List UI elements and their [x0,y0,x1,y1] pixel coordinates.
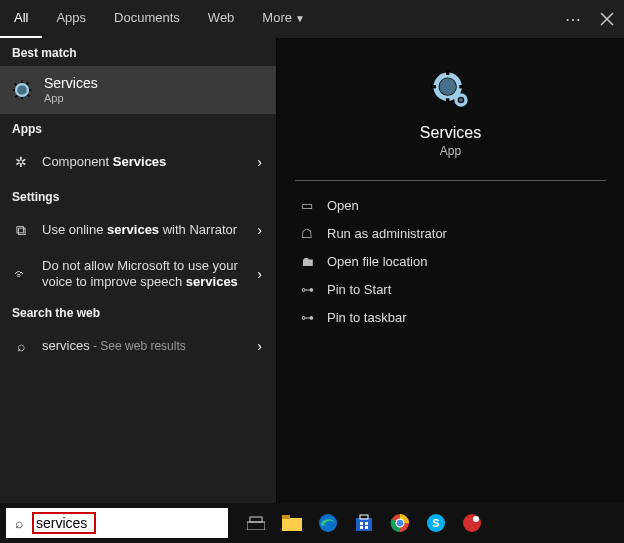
gear-icon [431,70,471,110]
svg-rect-14 [446,70,449,75]
more-options-button[interactable]: ⋯ [556,0,590,38]
detail-subtitle: App [440,144,461,158]
taskbar-app-recorder[interactable] [458,509,486,537]
taskbar-app-chrome[interactable] [386,509,414,537]
pin-icon: ⊶ [295,310,319,325]
chevron-right-icon: › [253,266,266,282]
search-tabs: All Apps Documents Web More▼ ⋯ [0,0,624,38]
section-apps: Apps [0,114,276,142]
tab-all[interactable]: All [0,0,42,38]
results-panel: Best match Services App Apps ✲ Component… [0,38,276,503]
taskbar: ⌕ S [0,503,624,543]
svg-point-12 [439,78,456,95]
tab-web[interactable]: Web [194,0,249,38]
chevron-right-icon: › [253,222,266,238]
component-icon: ✲ [10,154,32,170]
svg-rect-16 [431,85,436,88]
taskbar-app-skype[interactable]: S [422,509,450,537]
section-settings: Settings [0,182,276,210]
action-pin-taskbar[interactable]: ⊶ Pin to taskbar [295,303,606,331]
detail-panel: Services App ▭ Open ☖ Run as administrat… [276,38,624,503]
svg-point-33 [397,520,403,526]
taskbar-app-edge[interactable] [314,509,342,537]
chevron-down-icon: ▼ [292,13,305,24]
result-web-services[interactable]: ⌕ services - See web results › [0,326,276,366]
shield-icon: ☖ [295,226,319,241]
svg-rect-30 [365,526,368,529]
result-speech-services[interactable]: ᯤ Do not allow Microsoft to use your voi… [0,250,276,298]
svg-text:S: S [432,517,439,529]
svg-point-2 [18,86,26,94]
svg-rect-25 [356,518,372,531]
pin-icon: ⊶ [295,282,319,297]
svg-point-36 [463,514,481,532]
result-best-services[interactable]: Services App [0,66,276,114]
svg-rect-27 [360,522,363,525]
svg-rect-22 [282,518,302,531]
search-icon: ⌕ [10,338,32,354]
chevron-right-icon: › [253,338,266,354]
divider [295,180,606,181]
svg-rect-23 [282,515,290,519]
svg-rect-17 [459,85,464,88]
action-pin-start[interactable]: ⊶ Pin to Start [295,275,606,303]
result-narrator-services[interactable]: ⧉ Use online services with Narrator › [0,210,276,250]
section-best-match: Best match [0,38,276,66]
search-icon: ⌕ [6,515,32,531]
result-title: Services [44,76,98,91]
taskbar-app-store[interactable] [350,509,378,537]
tab-more[interactable]: More▼ [248,0,319,38]
svg-rect-20 [247,522,265,530]
close-button[interactable] [590,0,624,38]
action-open[interactable]: ▭ Open [295,191,606,219]
chevron-right-icon: › [253,154,266,170]
action-open-location[interactable]: 🖿 Open file location [295,247,606,275]
svg-rect-21 [250,517,262,522]
svg-rect-29 [360,526,363,529]
task-view-button[interactable] [242,509,270,537]
result-subtitle: App [44,92,98,104]
detail-title: Services [420,124,481,142]
svg-point-19 [459,98,463,102]
gear-icon [10,78,34,102]
speech-icon: ᯤ [10,266,32,282]
tab-documents[interactable]: Documents [100,0,194,38]
tab-apps[interactable]: Apps [42,0,100,38]
svg-point-37 [473,516,479,522]
taskbar-search[interactable]: ⌕ [6,508,228,538]
result-component-services[interactable]: ✲ Component Services › [0,142,276,182]
svg-rect-15 [446,98,449,103]
link-icon: ⧉ [10,222,32,239]
section-web: Search the web [0,298,276,326]
open-icon: ▭ [295,198,319,213]
search-input[interactable] [32,512,96,534]
action-run-admin[interactable]: ☖ Run as administrator [295,219,606,247]
folder-icon: 🖿 [295,254,319,269]
svg-rect-28 [365,522,368,525]
taskbar-app-explorer[interactable] [278,509,306,537]
